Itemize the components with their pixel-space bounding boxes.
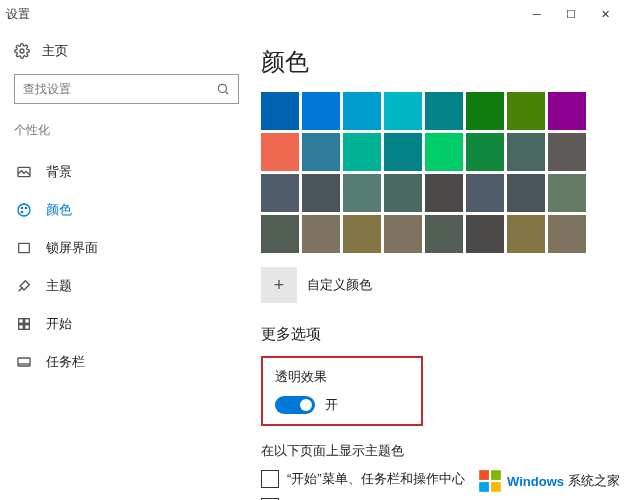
minimize-button[interactable]: ─ xyxy=(520,3,554,25)
color-swatch[interactable] xyxy=(384,133,422,171)
accent-surfaces-header: 在以下页面上显示主题色 xyxy=(261,442,628,460)
watermark-brand: Windows xyxy=(507,474,564,489)
color-swatch[interactable] xyxy=(261,92,299,130)
home-link[interactable]: 主页 xyxy=(14,42,255,60)
watermark-text: 系统之家 xyxy=(568,472,620,490)
transparency-toggle[interactable] xyxy=(275,396,315,414)
color-swatch[interactable] xyxy=(343,174,381,212)
svg-point-0 xyxy=(20,49,24,53)
color-swatch[interactable] xyxy=(302,174,340,212)
close-button[interactable]: ✕ xyxy=(588,3,622,25)
sidebar-item-label: 颜色 xyxy=(46,201,72,219)
windows-logo-icon xyxy=(477,468,503,494)
page-title: 颜色 xyxy=(261,46,628,78)
section-label: 个性化 xyxy=(14,122,255,139)
image-icon xyxy=(16,164,32,180)
color-swatch[interactable] xyxy=(384,174,422,212)
frame-icon xyxy=(16,240,32,256)
color-swatch[interactable] xyxy=(466,215,504,253)
custom-color-row: + 自定义颜色 xyxy=(261,267,628,303)
layout: 主页 个性化 背景 颜色 锁屏界面 主题 开始 任务 xyxy=(0,28,628,500)
window-title: 设置 xyxy=(6,6,520,23)
palette-icon xyxy=(16,202,32,218)
color-swatch[interactable] xyxy=(302,133,340,171)
color-grid xyxy=(261,92,628,253)
add-custom-color-button[interactable]: + xyxy=(261,267,297,303)
color-swatch[interactable] xyxy=(466,174,504,212)
sidebar-item-themes[interactable]: 主题 xyxy=(14,267,255,305)
color-swatch[interactable] xyxy=(507,92,545,130)
sidebar-item-taskbar[interactable]: 任务栏 xyxy=(14,343,255,381)
svg-rect-12 xyxy=(25,325,30,330)
color-swatch[interactable] xyxy=(425,133,463,171)
svg-rect-13 xyxy=(18,358,30,366)
color-swatch[interactable] xyxy=(507,215,545,253)
sidebar-item-label: 开始 xyxy=(46,315,72,333)
transparency-state: 开 xyxy=(325,396,338,414)
plus-icon: + xyxy=(274,275,285,296)
svg-rect-10 xyxy=(25,319,30,324)
checkbox-label: “开始”菜单、任务栏和操作中心 xyxy=(287,470,465,488)
color-swatch[interactable] xyxy=(261,174,299,212)
transparency-label: 透明效果 xyxy=(275,368,409,386)
color-swatch[interactable] xyxy=(548,92,586,130)
transparency-toggle-row: 开 xyxy=(275,396,409,414)
color-swatch[interactable] xyxy=(466,133,504,171)
custom-color-label: 自定义颜色 xyxy=(307,276,372,294)
color-swatch[interactable] xyxy=(425,174,463,212)
sidebar: 主页 个性化 背景 颜色 锁屏界面 主题 开始 任务 xyxy=(0,28,255,500)
home-label: 主页 xyxy=(42,42,68,60)
color-swatch[interactable] xyxy=(548,174,586,212)
color-swatch[interactable] xyxy=(261,133,299,171)
svg-point-6 xyxy=(25,207,26,208)
svg-line-2 xyxy=(225,91,228,94)
titlebar: 设置 ─ ☐ ✕ xyxy=(0,0,628,28)
toggle-knob xyxy=(300,399,312,411)
brush-icon xyxy=(16,278,32,294)
color-swatch[interactable] xyxy=(507,174,545,212)
sidebar-item-label: 主题 xyxy=(46,277,72,295)
svg-point-4 xyxy=(18,204,30,216)
color-swatch[interactable] xyxy=(343,215,381,253)
sidebar-item-label: 背景 xyxy=(46,163,72,181)
grid-icon xyxy=(16,316,32,332)
sidebar-item-start[interactable]: 开始 xyxy=(14,305,255,343)
color-swatch[interactable] xyxy=(302,92,340,130)
search-input[interactable] xyxy=(23,82,216,96)
color-swatch[interactable] xyxy=(507,133,545,171)
color-swatch[interactable] xyxy=(548,133,586,171)
watermark: Windows 系统之家 xyxy=(477,468,620,494)
svg-point-5 xyxy=(21,207,22,208)
search-box[interactable] xyxy=(14,74,239,104)
main-content: 颜色 + 自定义颜色 更多选项 透明效果 开 在以下页面上显示主题色 “开始”菜… xyxy=(255,28,628,500)
sidebar-item-lockscreen[interactable]: 锁屏界面 xyxy=(14,229,255,267)
svg-point-1 xyxy=(218,84,226,92)
sidebar-item-background[interactable]: 背景 xyxy=(14,153,255,191)
color-swatch[interactable] xyxy=(384,92,422,130)
color-swatch[interactable] xyxy=(425,215,463,253)
color-swatch[interactable] xyxy=(548,215,586,253)
color-swatch[interactable] xyxy=(343,92,381,130)
maximize-button[interactable]: ☐ xyxy=(554,3,588,25)
sidebar-item-colors[interactable]: 颜色 xyxy=(14,191,255,229)
transparency-highlight: 透明效果 开 xyxy=(261,356,423,426)
color-swatch[interactable] xyxy=(384,215,422,253)
svg-rect-17 xyxy=(479,482,489,492)
svg-rect-18 xyxy=(491,482,501,492)
color-swatch[interactable] xyxy=(343,133,381,171)
gear-icon xyxy=(14,43,30,59)
search-icon xyxy=(216,82,230,96)
svg-point-7 xyxy=(21,211,22,212)
sidebar-item-label: 锁屏界面 xyxy=(46,239,98,257)
color-swatch[interactable] xyxy=(302,215,340,253)
sidebar-item-label: 任务栏 xyxy=(46,353,85,371)
color-swatch[interactable] xyxy=(425,92,463,130)
svg-rect-8 xyxy=(19,243,30,252)
color-swatch[interactable] xyxy=(466,92,504,130)
svg-rect-11 xyxy=(19,325,24,330)
color-swatch[interactable] xyxy=(261,215,299,253)
checkbox-start-taskbar[interactable] xyxy=(261,470,279,488)
taskbar-icon xyxy=(16,354,32,370)
more-options-header: 更多选项 xyxy=(261,325,628,344)
svg-rect-16 xyxy=(491,470,501,480)
